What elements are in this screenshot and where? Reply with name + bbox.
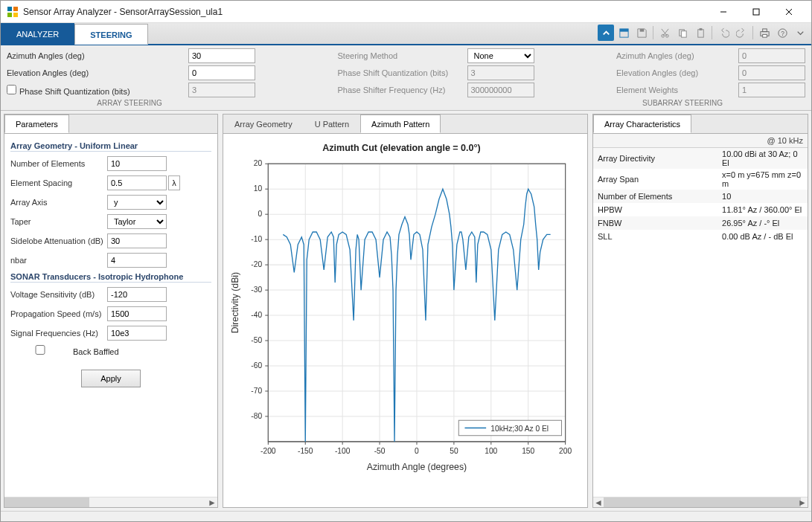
back-baffled-wrap[interactable]: Back Baffled [10, 345, 119, 356]
elevation2-input [738, 65, 805, 80]
psq-check-wrap[interactable]: Phase Shift Quantization (bits) [7, 85, 185, 96]
psq2-label: Phase Shift Quantization (bits) [338, 68, 464, 77]
char-name: Array Directivity [593, 147, 717, 169]
svg-text:Azimuth Angle (degrees): Azimuth Angle (degrees) [367, 462, 467, 472]
table-row: Array Spanx=0 m y=675 mm z=0 m [593, 169, 808, 190]
tab-steering[interactable]: STEERING [74, 24, 147, 45]
taper-select[interactable]: Taylor [107, 214, 167, 229]
char-value: 10 [717, 190, 808, 203]
elevation-input[interactable] [188, 65, 255, 80]
dropdown-icon[interactable] [792, 25, 808, 41]
svg-rect-3 [13, 13, 18, 17]
svg-text:200: 200 [559, 447, 572, 455]
table-row: Number of Elements10 [593, 190, 808, 203]
element-spacing-input[interactable] [107, 175, 167, 190]
array-steering-section-label: ARRAY STEERING [7, 99, 252, 107]
redo-icon[interactable] [733, 25, 749, 41]
close-button[interactable] [773, 1, 805, 22]
table-row: SLL0.00 dB Az / - dB El [593, 230, 808, 243]
num-elements-input[interactable] [107, 156, 167, 171]
num-elements-label: Number of Elements [10, 159, 107, 168]
save-icon[interactable] [633, 25, 650, 41]
elevation-label: Elevation Angles (deg) [7, 68, 185, 77]
array-axis-select[interactable]: y [107, 195, 167, 210]
sidelobe-attn-input[interactable] [107, 233, 167, 248]
svg-text:-30: -30 [251, 286, 262, 294]
back-baffled-checkbox[interactable] [10, 345, 70, 355]
titlebar: Sensor Array Analyzer - SensorArraySessi… [1, 1, 811, 23]
tab-array-geometry[interactable]: Array Geometry [223, 115, 304, 133]
svg-rect-10 [639, 28, 644, 31]
svg-rect-15 [697, 29, 703, 36]
steering-method-label: Steering Method [338, 51, 464, 60]
nbar-input[interactable] [107, 253, 167, 268]
svg-text:-100: -100 [335, 447, 351, 455]
svg-rect-5 [753, 9, 759, 15]
element-spacing-label: Element Spacing [10, 178, 107, 187]
spacing-unit-button[interactable]: λ [168, 175, 180, 190]
tab-analyzer[interactable]: ANALYZER [1, 23, 74, 44]
svg-text:50: 50 [450, 447, 458, 455]
table-row: HPBW11.81° Az / 360.00° El [593, 203, 808, 216]
params-scrollbar[interactable]: ◄► [4, 497, 217, 507]
psf-input [467, 83, 534, 97]
tab-u-pattern[interactable]: U Pattern [304, 115, 360, 133]
minimize-button[interactable] [707, 1, 740, 22]
char-scrollbar[interactable]: ◄► [593, 497, 808, 507]
status-bar [1, 511, 811, 521]
copy-icon[interactable] [674, 25, 691, 41]
svg-text:-50: -50 [251, 336, 262, 344]
paste-icon[interactable] [692, 25, 709, 41]
svg-text:0: 0 [415, 447, 419, 455]
vsens-label: Voltage Sensitivity (dB) [10, 290, 107, 299]
svg-rect-19 [762, 34, 767, 37]
azimuth-chart: -200-150-100-50050100150200-80-70-60-50-… [223, 156, 580, 476]
psq2-input [467, 65, 534, 80]
svg-text:-50: -50 [374, 447, 386, 455]
sigfreq-label: Signal Frequencies (Hz) [10, 329, 107, 338]
svg-rect-16 [699, 28, 702, 30]
sigfreq-input[interactable] [107, 326, 167, 341]
ribbon-bar: ANALYZER STEERING ? [1, 23, 811, 45]
svg-text:150: 150 [522, 447, 534, 455]
chart-title: Azimuth Cut (elevation angle = 0.0°) [223, 143, 580, 153]
sidelobe-attn-label: Sidelobe Attenuation (dB) [10, 236, 107, 245]
vsens-input[interactable] [107, 287, 167, 302]
char-value: 10.00 dBi at 30 Az; 0 El [717, 147, 808, 169]
svg-text:-150: -150 [298, 447, 313, 455]
steering-panel: Azimuth Angles (deg) Steering Method Non… [1, 45, 811, 111]
psq-check-label: Phase Shift Quantization (bits) [19, 87, 130, 96]
apply-button[interactable]: Apply [81, 370, 141, 387]
char-name: FNBW [593, 216, 717, 230]
steering-method-select[interactable]: None [467, 48, 534, 63]
print-icon[interactable] [756, 25, 773, 41]
svg-text:-40: -40 [251, 311, 262, 319]
svg-text:-10: -10 [251, 235, 262, 243]
layout-icon[interactable] [616, 25, 632, 41]
azimuth-label: Azimuth Angles (deg) [7, 51, 185, 60]
cut-icon[interactable] [656, 25, 673, 41]
group-sonar-transducers: SONAR Transducers - Isotropic Hydrophone [10, 272, 211, 283]
back-baffled-label: Back Baffled [73, 347, 119, 356]
window-title: Sensor Array Analyzer - SensorArraySessi… [23, 7, 707, 17]
weights-input [738, 83, 805, 97]
undo-icon[interactable] [715, 25, 732, 41]
tab-parameters[interactable]: Parameters [4, 115, 69, 133]
char-value: x=0 m y=675 mm z=0 m [717, 169, 808, 190]
svg-text:10: 10 [254, 184, 263, 193]
array-axis-label: Array Axis [10, 198, 107, 207]
tab-array-characteristics[interactable]: Array Characteristics [593, 115, 691, 133]
char-value: 26.95° Az / -° El [717, 216, 808, 230]
maximize-button[interactable] [740, 1, 773, 22]
azimuth2-input [738, 48, 805, 63]
svg-text:-80: -80 [251, 412, 262, 420]
psq-checkbox[interactable] [7, 85, 16, 94]
azimuth-input[interactable] [188, 48, 255, 63]
collapse-ribbon-icon[interactable] [598, 25, 614, 41]
help-icon[interactable]: ? [774, 25, 790, 41]
tab-azimuth-pattern[interactable]: Azimuth Pattern [360, 115, 441, 133]
quick-access-toolbar: ? [595, 23, 811, 44]
char-header: @ 10 kHz [717, 134, 808, 147]
propspeed-input[interactable] [107, 306, 167, 321]
group-array-geometry: Array Geometry - Uniform Linear [10, 141, 211, 152]
